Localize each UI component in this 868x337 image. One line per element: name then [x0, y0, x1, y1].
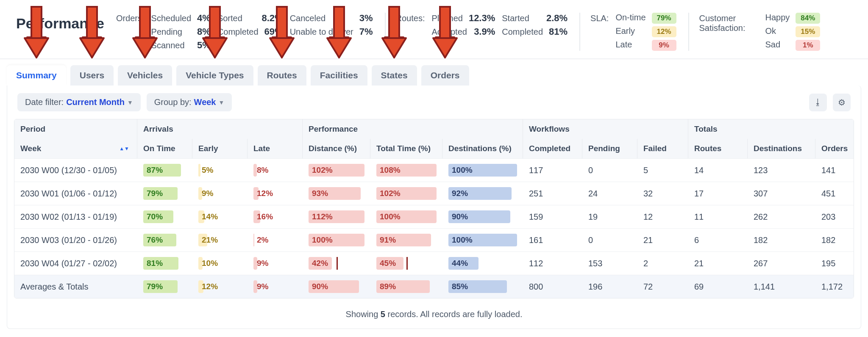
tab-facilities[interactable]: Facilities [311, 65, 367, 86]
table-cell: 100% [303, 229, 370, 251]
table-cell: 79% [137, 182, 192, 205]
table-row: 2030 W00 (12/30 - 01/05) 87% 5% 8% 102% … [14, 158, 854, 182]
table-header-groups: Period Arrivals Performance Workflows To… [14, 119, 854, 139]
tab-summary[interactable]: Summary [7, 65, 66, 86]
gear-icon: ⚙ [838, 97, 846, 108]
table-cell: 2% [248, 229, 303, 251]
date-filter-dropdown[interactable]: Date filter: Current Month ▼ [17, 93, 141, 111]
col-orders[interactable]: Orders [815, 139, 854, 158]
table-cell: 42% [303, 252, 370, 275]
table-cell: 6 [688, 230, 748, 250]
table-cell: 2030 W01 (01/06 - 01/12) [14, 184, 137, 204]
col-totaltime[interactable]: Total Time (%) [370, 139, 442, 158]
table-row: Averages & Totals 79% 12% 9% 90% 89% 85%… [14, 275, 854, 298]
table-cell: 112% [303, 205, 370, 228]
table-cell: 2030 W04 (01/27 - 02/02) [14, 254, 137, 273]
kpi-header: Performance Orders: Scheduled4% Pending8… [0, 0, 868, 59]
table-cell: 93% [303, 182, 370, 205]
col-distance[interactable]: Distance (%) [303, 139, 370, 158]
table-cell: 92% [442, 182, 523, 205]
table-cell: 2030 W02 (01/13 - 01/19) [14, 207, 137, 227]
table-cell: 112 [523, 254, 582, 273]
table-cell: 102% [303, 159, 370, 182]
table-cell: 12% [192, 275, 248, 298]
table-cell: 12% [248, 182, 303, 205]
table-cell: 203 [815, 207, 854, 227]
table-cell: 182 [815, 230, 854, 250]
table-cell: 108% [370, 159, 442, 182]
download-icon: ⭳ [814, 97, 822, 107]
summary-panel: Date filter: Current Month ▼ Group by: W… [7, 86, 861, 329]
table-row: 2030 W01 (01/06 - 01/12) 79% 9% 12% 93% … [14, 182, 854, 205]
col-pending[interactable]: Pending [582, 139, 637, 158]
chevron-down-icon: ▼ [127, 99, 133, 106]
table-cell: 9% [248, 252, 303, 275]
table-cell: 5 [637, 160, 688, 180]
kpi-routes-label: Routes: [396, 13, 425, 23]
table-cell: 19 [582, 207, 637, 227]
table-cell: 10% [192, 252, 248, 275]
tab-vehicles[interactable]: Vehicles [118, 65, 172, 86]
group-by-dropdown[interactable]: Group by: Week ▼ [147, 93, 232, 111]
col-early[interactable]: Early [192, 139, 248, 158]
col-completed[interactable]: Completed [523, 139, 582, 158]
summary-table: Period Arrivals Performance Workflows To… [14, 119, 854, 298]
table-cell: 85% [442, 275, 523, 298]
chevron-down-icon: ▼ [219, 99, 225, 106]
table-cell: 90% [303, 275, 370, 298]
table-cell: 182 [748, 230, 815, 250]
tab-users[interactable]: Users [70, 65, 114, 86]
table-cell: 0 [582, 160, 637, 180]
table-cell: 14% [192, 205, 248, 228]
tab-vehicle-types[interactable]: Vehicle Types [176, 65, 253, 86]
table-cell: 32 [637, 184, 688, 204]
table-cell: 251 [523, 184, 582, 204]
table-row: 2030 W03 (01/20 - 01/26) 76% 21% 2% 100%… [14, 228, 854, 251]
table-cell: 44% [442, 252, 523, 275]
table-cell: 153 [582, 254, 637, 273]
toolbar: Date filter: Current Month ▼ Group by: W… [7, 86, 861, 119]
table-cell: 12 [637, 207, 688, 227]
kpi-orders: Orders: Scheduled4% Pending8% Scanned5% … [116, 13, 373, 51]
table-footer: Showing 5 records. All records are fully… [7, 303, 861, 329]
table-cell: 2 [637, 254, 688, 273]
col-ontime[interactable]: On Time [137, 139, 192, 158]
table-cell: 5% [192, 159, 248, 182]
tab-orders[interactable]: Orders [421, 65, 469, 86]
table-cell: 102% [370, 182, 442, 205]
table-cell: 159 [523, 207, 582, 227]
table-cell: 24 [582, 184, 637, 204]
tab-routes[interactable]: Routes [258, 65, 306, 86]
table-cell: 17 [688, 184, 748, 204]
download-button[interactable]: ⭳ [809, 94, 827, 111]
table-cell: 196 [582, 277, 637, 297]
col-routes[interactable]: Routes [688, 139, 748, 158]
table-cell: 21 [637, 230, 688, 250]
tabstrip: Summary Users Vehicles Vehicle Types Rou… [0, 65, 868, 86]
table-cell: 262 [748, 207, 815, 227]
table-cell: 123 [748, 160, 815, 180]
table-cell: 76% [137, 229, 192, 251]
col-failed[interactable]: Failed [637, 139, 688, 158]
col-late[interactable]: Late [248, 139, 303, 158]
table-cell: 21 [688, 254, 748, 273]
table-cell: 1,141 [748, 277, 815, 297]
table-cell: 451 [815, 184, 854, 204]
tab-states[interactable]: States [372, 65, 417, 86]
table-cell: 117 [523, 160, 582, 180]
table-cell: 1,172 [815, 277, 854, 297]
table-cell: 141 [815, 160, 854, 180]
table-cell: 161 [523, 230, 582, 250]
kpi-csat-label: Customer Satisfaction: [699, 13, 759, 33]
table-cell: 307 [748, 184, 815, 204]
col-destinations-pct[interactable]: Destinations (%) [442, 139, 523, 158]
table-cell: 11 [688, 207, 748, 227]
table-cell: 0 [582, 230, 637, 250]
table-cell: 100% [442, 159, 523, 182]
settings-button[interactable]: ⚙ [833, 94, 851, 111]
table-cell: 72 [637, 277, 688, 297]
table-header-cols: Week▲▼ On Time Early Late Distance (%) T… [14, 139, 854, 158]
col-destinations[interactable]: Destinations [748, 139, 815, 158]
table-cell: 195 [815, 254, 854, 273]
col-week[interactable]: Week▲▼ [14, 139, 137, 158]
